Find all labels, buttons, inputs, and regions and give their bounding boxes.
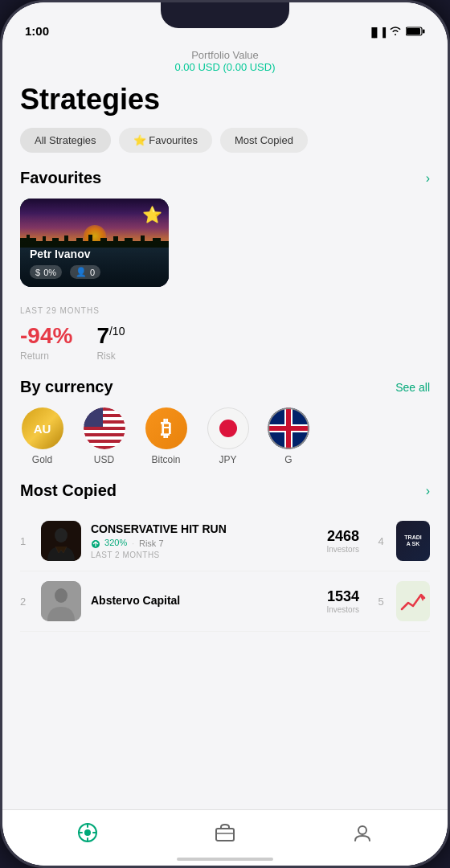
most-copied-list: 1 CONSERVATIVE HIT RUN (2, 511, 448, 632)
gbp-icon (268, 407, 309, 449)
perf-return-label: Return (20, 350, 72, 362)
us-flag: ★★★ (84, 407, 125, 449)
home-indicator (177, 858, 273, 861)
bitcoin-symbol: ₿ (161, 416, 171, 441)
svg-point-10 (84, 829, 91, 836)
fav-star-icon: ⭐ (142, 205, 162, 224)
wifi-icon (389, 26, 402, 38)
gold-label: Gold (32, 454, 52, 465)
currency-gold[interactable]: AU Gold (20, 407, 64, 465)
svg-rect-2 (423, 29, 425, 33)
favourites-section-header: Favourites › (2, 169, 448, 199)
svg-rect-11 (216, 829, 234, 841)
copied-count-label-2: Investors (326, 605, 359, 614)
usd-label: USD (94, 454, 114, 465)
person-icon: 👤 (76, 267, 87, 277)
usd-icon: ★★★ (84, 407, 125, 449)
perf-stats: -94% Return 7/10 Risk (20, 323, 430, 362)
rank-2: 2 (20, 596, 31, 608)
home-icon (77, 822, 98, 848)
copied-item-1[interactable]: 1 CONSERVATIVE HIT RUN (20, 511, 430, 571)
rank-1: 1 (20, 535, 31, 547)
nav-profile[interactable] (339, 817, 386, 853)
portfolio-value: 0.00 USD (0.00 USD) (18, 61, 432, 73)
jpy-label: JPY (219, 454, 236, 465)
most-copied-title: Most Copied (20, 481, 117, 500)
notch (161, 2, 289, 28)
copied-meta-1: 320% · Risk 7 (91, 538, 317, 548)
most-copied-section-header: Most Copied › (2, 481, 448, 511)
favourites-title: Favourites (20, 169, 101, 187)
thumb-card-1: TRADIA SK (396, 521, 430, 561)
fav-followers-value: 0 (90, 268, 95, 277)
fav-stat-followers: 👤 0 (70, 265, 100, 279)
dollar-icon: $ (35, 268, 40, 277)
thumb-text: TRADIA SK (404, 534, 421, 548)
svg-point-7 (55, 588, 68, 603)
fav-return-value: 0% (43, 268, 56, 277)
perf-risk-value: 7/10 (96, 323, 125, 349)
battery-icon (406, 27, 425, 38)
portfolio-amount: 0.00 USD (174, 61, 219, 73)
currency-scroll: AU Gold ★★★ USD (2, 407, 448, 481)
bitcoin-icon: ₿ (145, 407, 187, 449)
currency-title: By currency (20, 378, 113, 396)
thumb-card-2 (396, 581, 430, 621)
rank-badge-2: 5 (375, 596, 387, 608)
fav-stats: $ 0% 👤 0 (30, 265, 159, 279)
copied-info-2: Abstervo Capital (91, 594, 317, 609)
rank-badge-1: 4 (375, 535, 387, 547)
copied-name-1: CONSERVATIVE HIT RUN (91, 522, 317, 535)
svg-point-4 (55, 528, 68, 542)
copied-count-1: 2468 (326, 528, 359, 545)
svg-rect-1 (407, 28, 420, 35)
signal-icon: ▐▌▐ (369, 27, 385, 37)
currency-usd[interactable]: ★★★ USD (82, 407, 126, 465)
jpy-dot (219, 420, 237, 437)
copied-item-2[interactable]: 2 Abstervo Capital 1534 Investors (20, 571, 430, 632)
nav-home[interactable] (64, 817, 111, 853)
filter-tab-favourites[interactable]: ⭐ Favourites (119, 128, 212, 153)
copied-count-2: 1534 (326, 588, 359, 605)
perf-return-value: -94% (20, 323, 72, 349)
perf-risk: 7/10 Risk (96, 323, 125, 362)
perf-risk-label: Risk (96, 350, 125, 362)
bitcoin-label: Bitcoin (151, 454, 180, 465)
filter-tabs: All Strategies ⭐ Favourites Most Copied (2, 128, 448, 169)
meta-return-1: 320% (91, 538, 127, 548)
portfolio-label: Portfolio Value (18, 49, 432, 61)
phone-screen: 1:00 ▐▌▐ (2, 2, 448, 866)
copied-name-2: Abstervo Capital (91, 594, 317, 607)
portfolio-header: Portfolio Value 0.00 USD (0.00 USD) (2, 43, 448, 83)
filter-tab-all[interactable]: All Strategies (20, 128, 111, 153)
bottom-nav (2, 809, 448, 866)
favourites-arrow[interactable]: › (426, 171, 430, 186)
favourites-scroll: ⭐ Petr Ivanov $ 0% 👤 0 (2, 199, 448, 303)
phone-frame: 1:00 ▐▌▐ (0, 0, 450, 868)
currency-gbp[interactable]: G (268, 407, 309, 465)
thumb-trading: TRADIA SK (396, 521, 430, 561)
portfolio-icon (215, 822, 235, 848)
fav-name: Petr Ivanov (30, 248, 159, 260)
perf-return: -94% Return (20, 323, 72, 362)
most-copied-arrow[interactable]: › (426, 484, 430, 498)
gold-icon: AU (22, 407, 63, 449)
meta-risk-1: Risk 7 (139, 538, 164, 548)
fav-stat-return: $ 0% (30, 265, 62, 279)
nav-portfolio[interactable] (202, 817, 248, 853)
portfolio-change: (0.00 USD) (223, 61, 275, 73)
currency-see-all[interactable]: See all (395, 381, 430, 394)
fav-card-petr[interactable]: ⭐ Petr Ivanov $ 0% 👤 0 (20, 199, 169, 287)
currency-bitcoin[interactable]: ₿ Bitcoin (144, 407, 188, 465)
avatar-chr (41, 521, 81, 561)
filter-tab-most-copied[interactable]: Most Copied (220, 128, 308, 153)
copied-count-block-2: 1534 Investors (326, 588, 359, 614)
svg-point-13 (358, 826, 366, 834)
profile-icon (352, 822, 373, 848)
copied-count-block-1: 2468 Investors (326, 528, 359, 554)
gbp-label: G (284, 454, 292, 465)
status-icons: ▐▌▐ (369, 26, 425, 38)
perf-period: LAST 29 MONTHS (20, 306, 430, 315)
currency-jpy[interactable]: JPY (206, 407, 250, 465)
performance-section: LAST 29 MONTHS -94% Return 7/10 Risk (2, 303, 448, 378)
